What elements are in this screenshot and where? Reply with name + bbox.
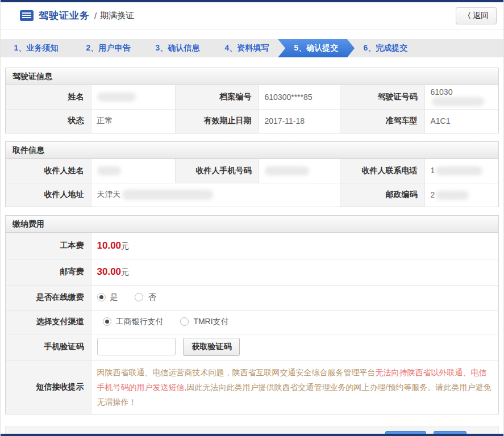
form-list-icon (20, 10, 34, 21)
table-row: 短信接收提示 因陕西省联通、电信运营商技术问题，陕西省互联网交通安全综合服务管理… (6, 360, 498, 414)
name-label: 姓名 (6, 85, 91, 109)
breadcrumb-current: 期满换证 (100, 10, 134, 21)
license-no-value: 61030 (424, 85, 498, 109)
table-row: 姓名 档案编号 610300****85 驾驶证号码 61030 (6, 85, 498, 109)
radio-channel-tmri[interactable] (180, 317, 189, 326)
back-button-label: 返回 (473, 11, 489, 21)
vehicle-class-value: A1C1 (424, 109, 498, 133)
chevron-left-icon: 〈 (464, 11, 471, 21)
table-row: 手机验证码 获取验证码 (6, 334, 498, 360)
redacted-license-no (432, 97, 484, 106)
table-row: 工本费 10.00元 (6, 233, 498, 259)
recipient-name-label: 收件人姓名 (6, 159, 91, 183)
work-fee-amount: 10.00 (97, 240, 122, 251)
tab-step-6-complete[interactable]: 6、完成提交 (347, 39, 424, 57)
sms-code-label: 手机验证码 (6, 334, 91, 360)
tab-step-4-fill-data[interactable]: 4、资料填写 (209, 39, 285, 57)
get-code-button[interactable]: 获取验证码 (183, 338, 240, 356)
redacted-recipient-name (97, 166, 121, 175)
file-no-label: 档案编号 (175, 85, 259, 109)
sms-code-field: 获取验证码 (91, 334, 498, 360)
radio-channel-icbc[interactable] (103, 317, 111, 326)
license-info-table: 姓名 档案编号 610300****85 驾驶证号码 61030 状态 正常 有… (6, 85, 498, 133)
fees-table: 工本费 10.00元 邮寄费 30.00元 是否在线缴费 是 否 选择支付渠道 (6, 233, 498, 414)
postage-fee-amount: 30.00 (97, 266, 122, 277)
fees-section: 缴纳费用 工本费 10.00元 邮寄费 30.00元 是否在线缴费 是 否 (5, 215, 499, 414)
recipient-tel-label: 收件人联系电话 (340, 159, 424, 183)
status-value: 正常 (91, 109, 175, 133)
license-section-title: 驾驶证信息 (6, 68, 498, 85)
postcode-label: 邮政编码 (340, 183, 424, 207)
status-label: 状态 (6, 109, 91, 133)
postcode-value: 2 (424, 183, 498, 207)
work-fee-value: 10.00元 (91, 233, 498, 259)
back-button[interactable]: 〈 返回 (456, 7, 497, 24)
tab-step-5-confirm-submit[interactable]: 5、确认提交 (278, 39, 355, 57)
page-header: 驾驶证业务 / 期满换证 〈 返回 (1, 2, 503, 30)
online-pay-options: 是 否 (91, 285, 498, 310)
expiry-value: 2017-11-18 (259, 109, 340, 133)
radio-online-no-label[interactable]: 否 (148, 292, 156, 301)
tab-step-1-notice[interactable]: 1、业务须知 (1, 39, 77, 57)
pay-channel-label: 选择支付渠道 (6, 310, 91, 334)
pay-channel-options: 工商银行支付 TMRI支付 (91, 310, 498, 334)
address-label: 收件人地址 (6, 183, 91, 207)
recipient-tel-value: 1 (424, 159, 498, 183)
sms-notice-text: 因陕西省联通、电信运营商技术问题，陕西省互联网交通安全综合服务管理平台无法向持陕… (91, 360, 498, 414)
file-no-value: 610300****85 (259, 85, 340, 109)
vehicle-class-label: 准驾车型 (340, 109, 424, 133)
postage-fee-unit: 元 (121, 267, 129, 276)
step-tabs: 1、业务须知 2、用户申告 3、确认信息 4、资料填写 5、确认提交 6、完成提… (1, 39, 503, 57)
table-row: 选择支付渠道 工商银行支付 TMRI支付 (6, 310, 498, 334)
fees-section-title: 缴纳费用 (6, 216, 498, 233)
table-row: 状态 正常 有效期止日期 2017-11-18 准驾车型 A1C1 (6, 109, 498, 133)
radio-channel-icbc-label[interactable]: 工商银行支付 (116, 317, 164, 326)
sms-notice-label: 短信接收提示 (6, 360, 91, 414)
radio-online-yes-label[interactable]: 是 (110, 292, 118, 301)
notice-segment-1: 因陕西省联通、电信运营商技术问题，陕西省互联网交通安全综合服务管理平台 (97, 368, 376, 377)
tab-step-2-declaration[interactable]: 2、用户申告 (70, 39, 147, 57)
work-fee-unit: 元 (121, 241, 129, 250)
recipient-mobile-value (259, 159, 340, 183)
radio-online-no[interactable] (135, 293, 143, 301)
redacted-address (122, 190, 213, 200)
pickup-section-title: 取件信息 (6, 142, 498, 159)
table-row: 是否在线缴费 是 否 (6, 285, 498, 310)
license-no-label: 驾驶证号码 (340, 85, 424, 109)
bottom-navy-line (1, 434, 503, 436)
breadcrumb-divider: / (94, 11, 97, 20)
redacted-recipient-tel (436, 166, 482, 175)
address-value: 天津天 (91, 183, 340, 207)
license-info-section: 驾驶证信息 姓名 档案编号 610300****85 驾驶证号码 61030 状… (5, 68, 499, 133)
name-value (91, 85, 175, 109)
redacted-postcode (436, 191, 469, 200)
radio-channel-tmri-label[interactable]: TMRI支付 (193, 317, 228, 326)
redacted-name (97, 93, 136, 102)
sms-code-input[interactable] (97, 338, 176, 355)
table-row: 收件人地址 天津天 邮政编码 2 (6, 183, 498, 207)
table-row: 邮寄费 30.00元 (6, 259, 498, 285)
expiry-label: 有效期止日期 (175, 109, 259, 133)
page-title: 驾驶证业务 (39, 9, 90, 22)
postage-fee-label: 邮寄费 (6, 259, 91, 285)
recipient-mobile-label: 收件人手机号码 (175, 159, 259, 183)
main-content: 驾驶证信息 姓名 档案编号 610300****85 驾驶证号码 61030 状… (1, 57, 503, 414)
pickup-info-section: 取件信息 收件人姓名 收件人手机号码 收件人联系电话 1 收件人地址 天津天 邮… (5, 141, 499, 207)
recipient-name-value (91, 159, 175, 183)
work-fee-label: 工本费 (6, 233, 91, 259)
radio-online-yes[interactable] (97, 293, 106, 301)
redacted-recipient-mobile (265, 166, 309, 175)
tab-step-3-confirm-info[interactable]: 3、确认信息 (139, 39, 216, 57)
online-pay-label: 是否在线缴费 (6, 285, 91, 310)
postage-fee-value: 30.00元 (91, 259, 498, 285)
pickup-info-table: 收件人姓名 收件人手机号码 收件人联系电话 1 收件人地址 天津天 邮政编码 2 (6, 159, 498, 207)
table-row: 收件人姓名 收件人手机号码 收件人联系电话 1 (6, 159, 498, 183)
